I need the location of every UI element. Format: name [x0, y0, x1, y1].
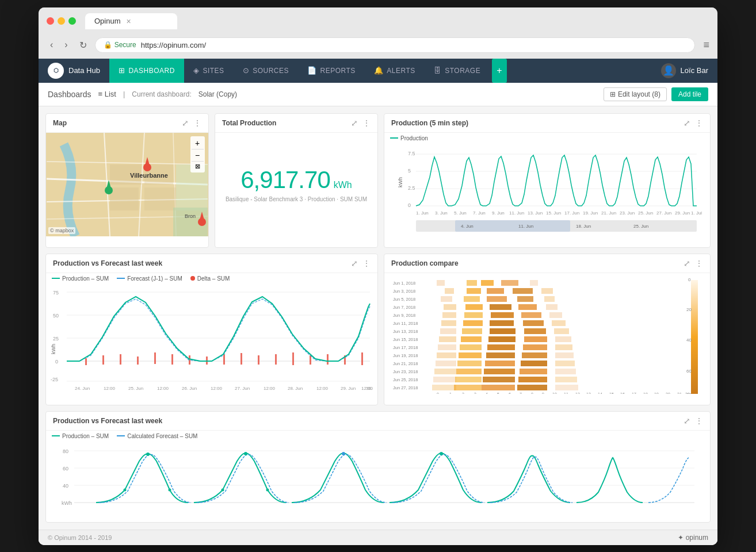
nav-label-sites: SITES [203, 67, 224, 75]
map-expand-icon[interactable]: ⤢ [182, 118, 189, 128]
browser-menu-button[interactable]: ≡ [703, 39, 709, 51]
list-button[interactable]: ≡ List [98, 90, 116, 98]
svg-text:50: 50 [53, 313, 59, 319]
svg-text:5: 5 [497, 392, 499, 394]
zoom-fit-button[interactable]: ⊠ [192, 162, 204, 171]
svg-rect-167 [520, 369, 547, 374]
total-menu-icon[interactable]: ⋮ [362, 118, 371, 128]
svg-rect-176 [482, 385, 515, 390]
svg-rect-155 [459, 352, 482, 358]
production-compare-chart: Jun 1, 2018 Jun 3, 2018 Jun 5, 2018 Jun … [384, 273, 710, 394]
svg-rect-140 [462, 328, 482, 334]
svg-text:25: 25 [53, 336, 59, 342]
svg-text:27. Jun: 27. Jun [235, 386, 250, 391]
map-zoom-controls[interactable]: + − ⊠ [190, 136, 205, 172]
pvfb-expand-icon[interactable]: ⤢ [684, 416, 690, 425]
svg-text:29. Jun: 29. Jun [341, 386, 356, 391]
nav-item-storage[interactable]: 🗄 STORAGE [425, 59, 490, 83]
pvf-week-body: Production – SUM Forecast (J-1) – SUM De… [46, 273, 377, 405]
refresh-button[interactable]: ↻ [76, 37, 90, 53]
svg-rect-156 [486, 352, 515, 358]
svg-rect-137 [523, 320, 544, 326]
svg-point-221 [266, 488, 269, 491]
total-expand-icon[interactable]: ⤢ [351, 118, 358, 128]
map-tile-title: Map [53, 119, 67, 127]
svg-text:28. Jun: 28. Jun [288, 386, 303, 391]
svg-text:Bron: Bron [185, 213, 196, 219]
dashboard-icon: ⊞ [119, 66, 125, 75]
svg-rect-169 [433, 377, 456, 382]
svg-text:24. Jun: 24. Jun [75, 386, 90, 391]
svg-text:10: 10 [552, 392, 557, 394]
pvfb-menu-icon[interactable]: ⋮ [695, 416, 703, 425]
nav-item-sources[interactable]: ⊙ SOURCES [234, 59, 298, 83]
svg-text:9. Jun: 9. Jun [492, 210, 505, 216]
browser-tab[interactable]: Opinum × [85, 13, 177, 29]
svg-rect-151 [487, 344, 515, 350]
total-production-unit: kWh [334, 180, 352, 190]
svg-text:Jun 9, 2018: Jun 9, 2018 [393, 313, 415, 318]
svg-rect-132 [521, 312, 541, 318]
nav-item-sites[interactable]: ◈ SITES [184, 59, 234, 83]
svg-rect-145 [461, 336, 482, 342]
legend-prod-line [52, 278, 60, 279]
svg-text:7: 7 [520, 392, 522, 394]
svg-text:Jun 25, 2018: Jun 25, 2018 [393, 377, 418, 382]
svg-text:0: 0 [437, 392, 439, 394]
svg-rect-130 [464, 312, 483, 318]
dot-yellow[interactable] [58, 17, 65, 25]
dot-red[interactable] [47, 17, 54, 25]
zoom-in-button[interactable]: + [192, 137, 204, 150]
svg-rect-65 [102, 355, 104, 365]
pvf-bottom-body: Production – SUM Calculated Forecast – S… [46, 431, 710, 522]
prod5-expand-icon[interactable]: ⤢ [684, 118, 690, 128]
dot-green[interactable] [68, 17, 76, 25]
address-bar[interactable]: 🔒 Secure https://opinum.com/ [95, 37, 696, 53]
nav-item-alerts[interactable]: 🔔 ALERTS [365, 59, 425, 83]
sub-header-right: ⊞ Edit layout (8) Add tile [604, 87, 708, 101]
map-menu-icon[interactable]: ⋮ [193, 118, 201, 128]
nav-plus-button[interactable]: + [492, 59, 506, 83]
mapbox-credit: © mapbox [48, 227, 75, 234]
pvf-expand-icon[interactable]: ⤢ [351, 259, 358, 268]
svg-text:75: 75 [53, 290, 59, 296]
edit-icon: ⊞ [610, 90, 616, 98]
map-tile-controls: ⤢ ⋮ [182, 118, 201, 128]
pvf-menu-icon[interactable]: ⋮ [362, 259, 371, 268]
nav-label-sources: SOURCES [253, 67, 289, 75]
edit-layout-button[interactable]: ⊞ Edit layout (8) [604, 87, 667, 101]
map-container[interactable]: Villeurbanne Bron [46, 133, 208, 236]
svg-text:25. Jun: 25. Jun [128, 386, 143, 391]
svg-point-217 [124, 488, 127, 491]
production-5min-tile: Production (5 min step) ⤢ ⋮ Production [384, 113, 711, 248]
pc-expand-icon[interactable]: ⤢ [684, 259, 690, 268]
breadcrumb-current-label: Current dashboard: [132, 90, 191, 98]
svg-rect-150 [460, 344, 482, 350]
pc-menu-icon[interactable]: ⋮ [695, 259, 703, 268]
nav-item-dashboard[interactable]: ⊞ DASHBOARD [109, 59, 184, 83]
back-button[interactable]: ‹ [47, 37, 56, 52]
svg-rect-142 [524, 328, 546, 334]
pvf-bottom-header: Production vs Forecast last week ⤢ ⋮ [46, 412, 710, 431]
zoom-out-button[interactable]: − [192, 150, 204, 162]
sub-header: Dashboards ≡ List | Current dashboard: S… [39, 83, 717, 106]
svg-text:11. Jun: 11. Jun [509, 210, 524, 216]
svg-text:12: 12 [575, 392, 580, 394]
tab-close-button[interactable]: × [127, 17, 131, 26]
svg-rect-113 [530, 280, 538, 286]
prod5-menu-icon[interactable]: ⋮ [695, 118, 703, 128]
svg-rect-152 [523, 344, 547, 350]
svg-text:29. Jun: 29. Jun [675, 210, 690, 216]
total-production-header: Total Production ⤢ ⋮ [215, 114, 377, 133]
svg-text:25. Jun: 25. Jun [638, 210, 653, 216]
pvf-bottom-legend: Production – SUM Calculated Forecast – S… [46, 431, 710, 442]
add-tile-button[interactable]: Add tile [671, 87, 708, 101]
legend-forecast-sum: Forecast (J-1) – SUM [117, 275, 182, 282]
pvf-legend: Production – SUM Forecast (J-1) – SUM De… [46, 273, 377, 284]
svg-rect-131 [491, 312, 514, 318]
nav-item-reports[interactable]: 📄 REPORTS [298, 59, 365, 83]
svg-text:18: 18 [643, 392, 648, 394]
nav-label-reports: REPORTS [320, 67, 355, 75]
svg-text:12:00: 12:00 [211, 386, 223, 391]
forward-button[interactable]: › [61, 37, 71, 52]
